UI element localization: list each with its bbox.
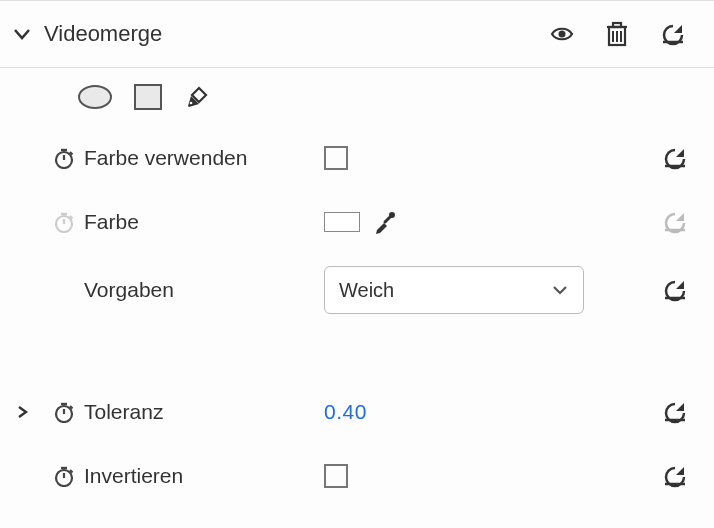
invert-checkbox[interactable] [324, 464, 348, 488]
chevron-down-icon [13, 25, 31, 43]
eyedropper-icon[interactable] [372, 209, 398, 235]
color-swatch[interactable] [324, 212, 360, 232]
pen-mask-button[interactable] [184, 84, 210, 110]
reset-icon[interactable] [662, 146, 688, 170]
rectangle-mask-button[interactable] [134, 84, 162, 110]
effect-title: Videomerge [44, 21, 504, 47]
reset-icon[interactable] [662, 278, 688, 302]
eye-icon[interactable] [550, 23, 574, 45]
tolerance-value[interactable]: 0.40 [324, 400, 367, 424]
reset-icon[interactable] [660, 22, 686, 46]
preset-select[interactable]: Weich [324, 266, 584, 314]
param-row-preset: Vorgaben Weich [0, 254, 714, 326]
stopwatch-icon[interactable] [53, 211, 75, 233]
use-color-checkbox[interactable] [324, 146, 348, 170]
color-label: Farbe [84, 210, 324, 234]
invert-label: Invertieren [84, 464, 324, 488]
param-row-color: Farbe [0, 190, 714, 254]
reset-icon[interactable] [662, 400, 688, 424]
param-row-use-color: Farbe verwenden [0, 126, 714, 190]
chevron-right-icon[interactable] [15, 405, 29, 419]
tolerance-label: Toleranz [84, 400, 324, 424]
stopwatch-icon[interactable] [53, 401, 75, 423]
mask-shape-tools [0, 68, 714, 126]
param-row-invert: Invertieren [0, 444, 714, 508]
param-row-tolerance: Toleranz 0.40 [0, 380, 714, 444]
stopwatch-icon[interactable] [53, 147, 75, 169]
preset-label: Vorgaben [84, 278, 324, 302]
reset-icon[interactable] [662, 464, 688, 488]
ellipse-mask-button[interactable] [78, 85, 112, 109]
effect-header[interactable]: Videomerge [0, 0, 714, 68]
use-color-label: Farbe verwenden [84, 146, 324, 170]
stopwatch-icon[interactable] [53, 465, 75, 487]
trash-icon[interactable] [604, 20, 630, 48]
reset-icon [662, 210, 688, 234]
